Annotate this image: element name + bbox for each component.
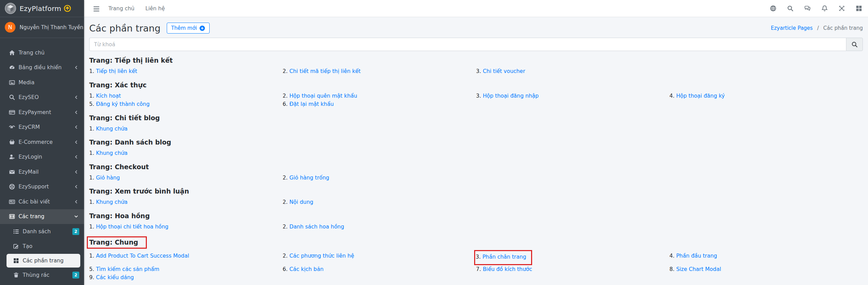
page-section-link[interactable]: Giỏ hàng [96,175,120,181]
page-section-link[interactable]: Hộp thoại quên mật khẩu [289,93,357,99]
breadcrumb-separator: / [817,25,819,31]
item-number: 1. [89,199,96,205]
sidebar-item-ezyseo[interactable]: EzySEO [0,90,84,105]
globe-icon[interactable] [770,5,777,12]
page-section-link[interactable]: Khung chứa [96,150,128,156]
breadcrumb: Ezyarticle Pages / Các phần trang [771,25,863,31]
page-section-link[interactable]: Size Chart Modal [676,266,721,272]
sidebar-item-label: Các bài viết [19,199,50,205]
add-new-button[interactable]: Thêm mới [167,23,210,34]
home-icon [9,49,15,56]
page-section-link[interactable]: Các kịch bản [289,266,324,272]
search-bar [89,38,863,51]
page-section-link[interactable]: Giỏ hàng trống [289,175,329,181]
user-panel[interactable]: N Nguyễn Thị Thanh Tuyền [0,17,84,38]
sidebar-item-label: EzyLogin [19,154,42,160]
search-button[interactable] [846,38,863,51]
sidebar: EzyPlatform N Nguyễn Thị Thanh Tuyền Tra… [0,0,84,285]
page-section-link[interactable]: Biểu đồ kích thước [483,266,532,272]
page-section-link[interactable]: Hộp thoại đăng ký [676,93,725,99]
bell-icon[interactable] [821,5,828,12]
page-section: Trang: Danh sách blog1. Khung chứa [89,138,863,158]
page-section-link[interactable]: Nội dung [289,199,313,205]
page-section-link[interactable]: Các phương thức liên hệ [289,253,354,259]
sidebar-item-danh-sách[interactable]: Danh sách2 [0,224,84,239]
page-section-link[interactable]: Hộp thoại đăng nhập [483,93,539,99]
section-title: Trang: Chi tiết blog [89,114,863,122]
page-section-link[interactable]: Chi tiết voucher [483,68,525,74]
sidebar-item-e-commerce[interactable]: E-Commerce [0,135,84,150]
page-section-link[interactable]: Các kiểu dáng [96,274,134,281]
nav-link-contact[interactable]: Liên hệ [145,5,165,12]
page-section-link[interactable]: Chi tiết mã tiếp thị liên kết [289,68,361,74]
chevron-left-icon [74,65,79,70]
page-section-link[interactable]: Add Product To Cart Success Modal [96,253,189,259]
search-input[interactable] [89,38,846,51]
item-number: 1. [89,224,96,230]
section-items-grid: 1. Giỏ hàng2. Giỏ hàng trống [89,174,863,182]
sidebar-item-bảng-điều-khiển[interactable]: Bảng điều khiển [0,60,84,75]
nav-link-home[interactable]: Trang chủ [108,5,134,12]
sidebar-item-thùng-rác[interactable]: Thùng rác2 [0,268,84,283]
expand-icon[interactable] [838,5,845,12]
item-number: 2. [283,175,290,181]
section-title: Trang: Chung [89,236,863,249]
sidebar-item-label: Các phần trang [23,258,63,264]
breadcrumb-link[interactable]: Ezyarticle Pages [771,25,813,31]
comments-icon[interactable] [804,5,811,12]
handshake-icon [9,124,15,131]
sidebar-item-ezycrm[interactable]: EzyCRM [0,120,84,135]
red-highlight-box: 3. Phần chân trang [474,250,532,265]
sidebar-item-các-bài-viết[interactable]: Các bài viết [0,194,84,209]
section-item: 2. Danh sách hoa hồng [283,223,476,231]
upgrade-arrow-icon[interactable] [64,5,71,12]
page-section-link[interactable]: Phần đầu trang [676,253,717,259]
item-number: 7. [476,266,483,272]
item-number: 3. [476,93,483,99]
search-icon[interactable] [787,5,794,12]
grid-icon[interactable] [855,5,863,12]
page-section-link[interactable]: Đăng ký thành công [96,101,150,107]
sidebar-item-ezypayment[interactable]: EzyPayment [0,105,84,120]
count-badge: 2 [72,228,79,235]
page-section: Trang: Chi tiết blog1. Khung chứa [89,114,863,133]
credit-card-icon [9,109,15,116]
sidebar-item-media[interactable]: Media [0,75,84,90]
breadcrumb-current: Các phần trang [823,25,863,31]
section-item: 3. Hộp thoại đăng nhập [476,92,670,100]
section-item: 1. Kích hoạt [89,92,283,100]
item-number: 1. [89,150,96,156]
page-section-link[interactable]: Danh sách hoa hồng [289,224,344,230]
sidebar-item-tạo[interactable]: Tạo [0,239,84,254]
sidebar-item-ezysupport[interactable]: EzySupport [0,179,84,195]
section-items-grid: 1. Khung chứa [89,149,863,158]
page-section-link[interactable]: Tìm kiếm các sản phẩm [96,266,160,272]
sidebar-item-label: EzySEO [19,94,39,100]
sidebar-item-trang-chủ[interactable]: Trang chủ [0,45,84,60]
ezyplatform-logo-icon [5,3,16,14]
sidebar-item-ezymail[interactable]: EzyMail [0,164,84,179]
page-section-link[interactable]: Hộp thoại chi tiết hoa hồng [96,224,168,230]
page-section-link[interactable]: Khung chứa [96,199,128,205]
sidebar-item-các-phần-trang[interactable]: Các phần trang [7,254,80,268]
columns-icon [9,213,15,220]
brand[interactable]: EzyPlatform [0,0,84,17]
sidebar-item-ezylogin[interactable]: EzyLogin [0,150,84,165]
page-section-link[interactable]: Tiếp thị liên kết [96,68,137,74]
page-section-link[interactable]: Đặt lại mật khẩu [289,101,333,107]
page-section-link[interactable]: Kích hoạt [96,93,121,99]
sidebar-item-label: EzyPayment [19,109,51,115]
life-ring-icon [9,183,15,190]
sidebar-item-các-trang[interactable]: Các trang [0,209,84,224]
hamburger-menu-icon[interactable] [93,5,100,12]
item-number: 1. [89,126,96,132]
item-number: 2. [283,224,290,230]
section-item: 1. Khung chứa [89,198,283,207]
page-section-link[interactable]: Phần chân trang [482,254,526,260]
page-section-link[interactable]: Khung chứa [96,126,128,132]
image-icon [9,79,15,86]
plus-circle-icon [199,25,205,31]
section-item: 1. Hộp thoại chi tiết hoa hồng [89,223,283,231]
sidebar-item-label: EzyMail [19,169,39,175]
page-title: Các phần trang [89,23,161,34]
